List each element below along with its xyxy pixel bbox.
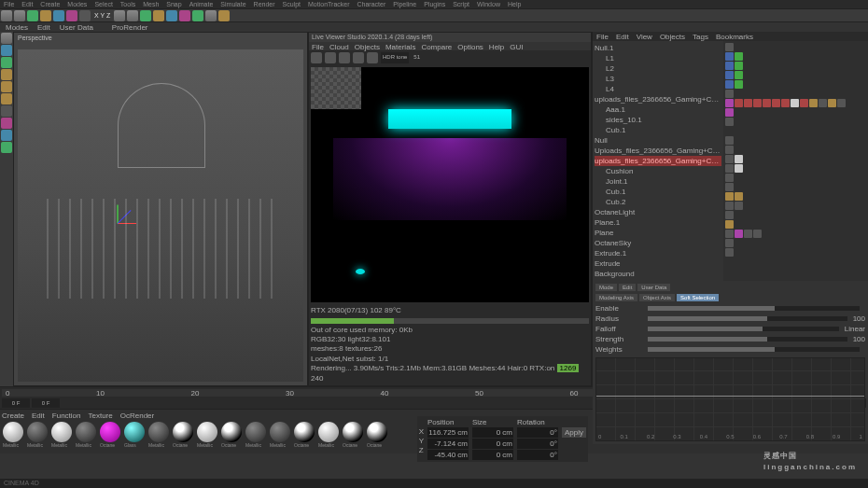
- poly-mode-icon[interactable]: [1, 93, 12, 105]
- tree-item[interactable]: OctaneSky: [595, 238, 721, 248]
- pause-icon[interactable]: [311, 52, 322, 63]
- material-swatch[interactable]: Octane: [366, 422, 388, 450]
- tree-item[interactable]: Background: [595, 269, 721, 279]
- material-swatch[interactable]: Metallic: [245, 422, 267, 450]
- menu-file[interactable]: File: [4, 1, 14, 7]
- clay-icon[interactable]: [367, 52, 378, 63]
- menu-animate[interactable]: Animate: [189, 1, 214, 7]
- tree-item[interactable]: Plane.1: [595, 217, 721, 228]
- menu-window[interactable]: Window: [477, 1, 500, 7]
- tag-column[interactable]: [723, 41, 868, 281]
- point-mode-icon[interactable]: [1, 69, 12, 80]
- falloff-graph[interactable]: 00.10.20.30.40.50.60.70.80.91: [595, 357, 865, 441]
- tree-item[interactable]: Uploads_files_2366656_Gaming+Computer+Fa…: [595, 146, 721, 156]
- material-swatch[interactable]: Metallic: [2, 422, 24, 450]
- deformer-icon[interactable]: [192, 10, 203, 21]
- tree-item[interactable]: OctaneLight: [595, 207, 721, 217]
- lut-dropdown[interactable]: HDR tone: [381, 52, 409, 63]
- material-swatch[interactable]: Glass: [123, 422, 146, 450]
- material-swatch[interactable]: Metallic: [317, 422, 340, 450]
- edge-mode-icon[interactable]: [1, 81, 12, 92]
- menu-sculpt[interactable]: Sculpt: [283, 1, 301, 7]
- redo-icon[interactable]: [14, 10, 25, 21]
- tree-item[interactable]: Extrude: [595, 258, 721, 269]
- tree-item[interactable]: Extrude.1: [595, 248, 721, 258]
- live-select-icon[interactable]: [27, 10, 38, 21]
- tree-item[interactable]: Cub.1: [595, 125, 721, 135]
- nurbs-icon[interactable]: [166, 10, 177, 21]
- object-manager-tabs[interactable]: FileEditViewObjectsTagsBookmarks: [593, 32, 868, 41]
- axis-mode-icon[interactable]: [1, 105, 12, 117]
- frame-current[interactable]: 0 F: [32, 398, 60, 408]
- render-output[interactable]: [311, 67, 589, 302]
- render-menu[interactable]: FileCloudObjectsMaterialsCompareOptionsH…: [309, 42, 591, 50]
- menu-simulate[interactable]: Simulate: [220, 1, 245, 7]
- rotate-icon[interactable]: [66, 10, 77, 21]
- menu-snap[interactable]: Snap: [166, 1, 181, 7]
- menu-script[interactable]: Script: [453, 1, 469, 7]
- frame-start[interactable]: 0 F: [2, 398, 30, 408]
- restart-icon[interactable]: [325, 52, 336, 63]
- menu-plugins[interactable]: Plugins: [424, 1, 445, 7]
- main-menu[interactable]: FileEditCreateModesSelectToolsMeshSnapAn…: [0, 0, 868, 9]
- tree-item[interactable]: Null: [595, 135, 721, 146]
- menu-character[interactable]: Character: [357, 1, 386, 7]
- tree-item[interactable]: Aaa.1: [595, 105, 721, 115]
- pen-icon[interactable]: [153, 10, 164, 21]
- texture-mode-icon[interactable]: [1, 45, 12, 56]
- material-swatch[interactable]: Metallic: [196, 422, 218, 450]
- attr-section-tabs[interactable]: Modeling AxisObject AxisSoft Selection: [595, 294, 865, 301]
- tree-item[interactable]: Plane: [595, 228, 721, 238]
- menu-tools[interactable]: Tools: [120, 1, 135, 7]
- cube-icon[interactable]: [140, 10, 151, 21]
- axis-gizmo[interactable]: [104, 209, 132, 237]
- viewport-solo-icon[interactable]: [1, 142, 12, 153]
- camera-icon[interactable]: [205, 10, 217, 21]
- array-icon[interactable]: [179, 10, 190, 21]
- lock-icon[interactable]: [339, 52, 350, 63]
- tree-item[interactable]: uploads_files_2366656_Gaming+Comp+des+Fa…: [595, 156, 721, 166]
- tree-item[interactable]: L4: [595, 84, 721, 94]
- move-icon[interactable]: [40, 10, 51, 21]
- workplane-icon[interactable]: [1, 57, 12, 68]
- material-swatch[interactable]: Octane: [293, 422, 315, 450]
- material-swatch[interactable]: Metallic: [26, 422, 49, 450]
- undo-icon[interactable]: [1, 10, 12, 21]
- tree-item[interactable]: L2: [595, 63, 721, 74]
- tree-item[interactable]: Cushion: [595, 166, 721, 176]
- menu-pipeline[interactable]: Pipeline: [393, 1, 416, 7]
- model-mode-icon[interactable]: [1, 33, 12, 44]
- menu-help[interactable]: Help: [508, 1, 521, 7]
- tree-item[interactable]: Joint.1: [595, 176, 721, 187]
- light-icon[interactable]: [218, 10, 230, 21]
- menu-create[interactable]: Create: [40, 1, 60, 7]
- tree-item[interactable]: uploads_files_2366656_Gaming+Computer+Fa…: [595, 94, 721, 105]
- material-swatch[interactable]: Metallic: [75, 422, 97, 450]
- wireframe-scene[interactable]: [18, 49, 303, 382]
- material-swatch[interactable]: Metallic: [269, 422, 291, 450]
- scale-icon[interactable]: [53, 10, 64, 21]
- material-swatch[interactable]: Metallic: [50, 422, 73, 450]
- render-icon[interactable]: [114, 10, 125, 21]
- tree-item[interactable]: Cub.2: [595, 197, 721, 207]
- menu-mesh[interactable]: Mesh: [143, 1, 159, 7]
- menu-modes[interactable]: Modes: [67, 1, 87, 7]
- attr-mode-tabs[interactable]: ModeEditUser Data: [595, 284, 865, 291]
- snap-icon[interactable]: [1, 130, 12, 141]
- tree-item[interactable]: Null.1: [595, 43, 721, 53]
- perspective-viewport[interactable]: Perspective: [13, 32, 308, 386]
- sub-menu[interactable]: ModesEditUser DataProRender: [0, 22, 868, 32]
- tweak-icon[interactable]: [1, 118, 12, 129]
- tree-item[interactable]: sides_10.1: [595, 115, 721, 125]
- tree-item[interactable]: L3: [595, 74, 721, 84]
- menu-motiontracker[interactable]: MotionTracker: [308, 1, 349, 7]
- material-swatch[interactable]: Octane: [172, 422, 194, 450]
- menu-render[interactable]: Render: [254, 1, 275, 7]
- menu-edit[interactable]: Edit: [21, 1, 33, 7]
- material-swatch[interactable]: Octane: [342, 422, 364, 450]
- camera-lock-icon[interactable]: [353, 52, 364, 63]
- tree-item[interactable]: L1: [595, 53, 721, 63]
- menu-select[interactable]: Select: [94, 1, 112, 7]
- tree-item[interactable]: Cub.1: [595, 187, 721, 197]
- apply-button[interactable]: Apply: [562, 427, 586, 438]
